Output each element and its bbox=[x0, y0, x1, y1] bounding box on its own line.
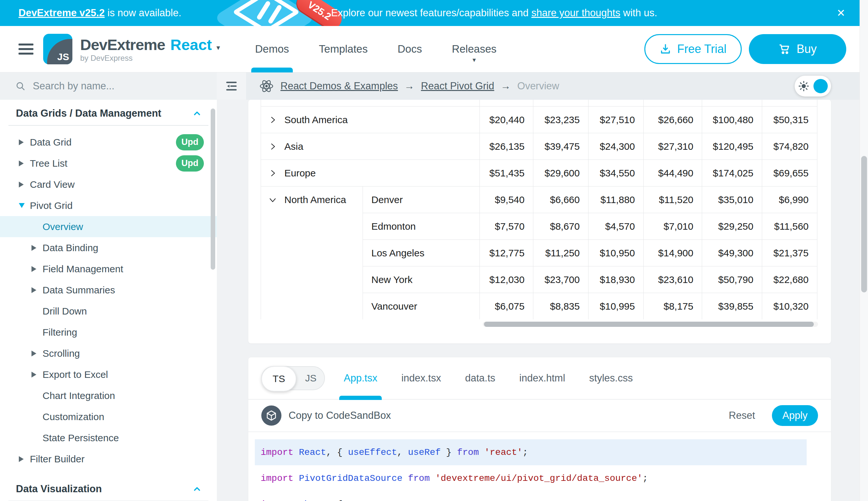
code-line-1[interactable]: import React, { useEffect, useRef } from… bbox=[255, 439, 807, 465]
code-line-2[interactable]: import PivotGridDataSource from 'devextr… bbox=[255, 465, 807, 491]
updated-badge: Upd bbox=[176, 155, 204, 172]
pivot-row-header-cell[interactable]: Europe bbox=[261, 160, 480, 186]
pivot-value-cell: $4,570 bbox=[589, 213, 644, 240]
sidebar-item-export-to-excel[interactable]: Export to Excel bbox=[0, 364, 217, 385]
framework-caret-icon[interactable]: ▾ bbox=[217, 44, 220, 52]
pivot-city-cell: Edmonton bbox=[363, 213, 480, 240]
buy-button[interactable]: Buy bbox=[749, 34, 846, 64]
code-editor[interactable]: import React, { useEffect, useRef } from… bbox=[248, 432, 831, 501]
tab-styles-css[interactable]: styles.css bbox=[589, 357, 633, 399]
codesandbox-icon[interactable] bbox=[261, 405, 282, 426]
expand-row-icon[interactable] bbox=[268, 115, 277, 125]
theme-toggle[interactable] bbox=[795, 76, 831, 96]
tab-index-html[interactable]: index.html bbox=[519, 357, 565, 399]
sidebar-item-scrolling[interactable]: Scrolling bbox=[0, 343, 217, 364]
pivot-value-cell bbox=[702, 100, 762, 107]
framework-selector[interactable]: React bbox=[171, 36, 212, 54]
pivot-row-header-cell[interactable]: Asia bbox=[261, 133, 480, 160]
nav-item-releases[interactable]: Releases▾ bbox=[452, 26, 497, 73]
pivot-value-cell: $11,250 bbox=[533, 240, 589, 266]
tab-data-ts[interactable]: data.ts bbox=[465, 357, 495, 399]
page-scrollbar-track[interactable] bbox=[859, 0, 868, 501]
sidebar-item-filter-builder[interactable]: Filter Builder bbox=[0, 448, 217, 469]
app-header: JS DevExtreme React ▾ by DevExpress Demo… bbox=[0, 26, 868, 73]
expand-row-icon[interactable] bbox=[268, 142, 277, 151]
caret-right-icon bbox=[32, 351, 43, 356]
pivot-row-header-cell[interactable]: North America bbox=[261, 186, 363, 320]
sidebar-item-customization[interactable]: Customization bbox=[0, 406, 217, 427]
language-toggle-ts[interactable]: TS bbox=[261, 366, 296, 392]
theme-toggle-knob bbox=[813, 79, 828, 93]
pivot-horizontal-scrollbar-thumb[interactable] bbox=[484, 322, 814, 327]
sidebar-item-chart-integration[interactable]: Chart Integration bbox=[0, 385, 217, 406]
sidebar-item-label: Tree List bbox=[30, 158, 67, 169]
sidebar-item-field-management[interactable]: Field Management bbox=[0, 258, 217, 279]
sidebar-item-overview[interactable]: Overview bbox=[0, 216, 217, 237]
apply-button[interactable]: Apply bbox=[772, 405, 818, 426]
sidebar-section-data-visualization[interactable]: Data Visualization bbox=[0, 477, 217, 501]
expand-row-icon[interactable] bbox=[268, 169, 277, 178]
page-scrollbar-thumb[interactable] bbox=[861, 156, 867, 292]
main-content: React Demos & Examples→React Pivot Grid→… bbox=[217, 73, 859, 501]
tab-App-tsx[interactable]: App.tsx bbox=[344, 357, 377, 399]
code-line-3[interactable]: import Chart, { bbox=[255, 491, 807, 501]
sidebar-item-tree-list[interactable]: Tree ListUpd bbox=[0, 153, 217, 174]
collapse-row-icon[interactable] bbox=[268, 195, 277, 204]
sidebar-item-filtering[interactable]: Filtering bbox=[0, 322, 217, 343]
sidebar-scrollbar[interactable] bbox=[211, 108, 215, 270]
promo-banner: DevExtreme v25.2 is now available. V25.2… bbox=[0, 0, 868, 26]
cube-icon bbox=[265, 410, 277, 422]
nav-item-templates[interactable]: Templates bbox=[319, 26, 367, 73]
pivot-grid-viewport: South America$20,440$23,235$27,510$26,66… bbox=[261, 100, 818, 319]
copy-to-codesandbox-label[interactable]: Copy to CodeSandBox bbox=[288, 410, 391, 422]
sidebar-item-label: Data Grid bbox=[30, 137, 72, 148]
pivot-row-south-america: South America$20,440$23,235$27,510$26,66… bbox=[261, 107, 817, 133]
updated-badge: Upd bbox=[176, 134, 204, 150]
pivot-value-cell: $29,250 bbox=[702, 213, 762, 240]
sidebar-item-pivot-grid[interactable]: Pivot Grid bbox=[0, 195, 217, 216]
pivot-value-cell: $174,025 bbox=[702, 160, 762, 186]
pivot-row-header-cell[interactable]: South America bbox=[261, 107, 480, 133]
code-token: , { bbox=[326, 447, 348, 457]
breadcrumb-current: Overview bbox=[517, 80, 559, 92]
sidebar-item-data-grid[interactable]: Data GridUpd bbox=[0, 131, 217, 153]
sidebar-item-data-binding[interactable]: Data Binding bbox=[0, 237, 217, 258]
pivot-value-cell: $22,680 bbox=[762, 266, 817, 293]
nav-item-docs[interactable]: Docs bbox=[398, 26, 422, 73]
pivot-horizontal-scrollbar-track[interactable] bbox=[483, 322, 818, 327]
language-toggle[interactable]: TS JS bbox=[261, 366, 325, 390]
brand-block: DevExtreme React ▾ by DevExpress bbox=[80, 36, 220, 63]
sidebar-item-state-persistence[interactable]: State Persistence bbox=[0, 427, 217, 448]
breadcrumb-link[interactable]: React Demos & Examples bbox=[281, 80, 398, 92]
sidebar-section-data-grids-data-management[interactable]: Data Grids / Data Management bbox=[0, 102, 217, 125]
share-thoughts-link[interactable]: share your thoughts bbox=[531, 7, 620, 19]
caret-right-icon bbox=[32, 372, 43, 377]
caret-right-icon bbox=[19, 182, 30, 188]
sidebar-item-data-summaries[interactable]: Data Summaries bbox=[0, 279, 217, 300]
banner-version-link[interactable]: DevExtreme v25.2 bbox=[19, 7, 105, 19]
devextreme-js-logo[interactable]: JS bbox=[43, 34, 73, 64]
pivot-value-cell: $34,550 bbox=[589, 160, 644, 186]
sidebar-item-card-view[interactable]: Card View bbox=[0, 174, 217, 195]
sidebar-item-drill-down[interactable]: Drill Down bbox=[0, 300, 217, 322]
collapse-sidebar-button[interactable] bbox=[217, 73, 246, 100]
free-trial-button[interactable]: Free Trial bbox=[644, 34, 742, 64]
code-token: } bbox=[441, 447, 457, 457]
breadcrumb: React Demos & Examples→React Pivot Grid→… bbox=[259, 79, 559, 94]
nav-item-demos[interactable]: Demos bbox=[255, 26, 289, 73]
code-token: Chart bbox=[299, 499, 326, 501]
pivot-value-cell: $39,475 bbox=[533, 133, 589, 160]
reset-button[interactable]: Reset bbox=[729, 410, 755, 422]
hamburger-menu-icon[interactable] bbox=[19, 44, 33, 55]
sidebar-item-label: Card View bbox=[30, 179, 75, 190]
pivot-value-cell: $27,310 bbox=[644, 133, 702, 160]
breadcrumb-separator-icon: → bbox=[501, 80, 511, 92]
cart-icon bbox=[778, 43, 791, 55]
pivot-value-cell: $50,790 bbox=[702, 266, 762, 293]
breadcrumb-link[interactable]: React Pivot Grid bbox=[421, 80, 494, 92]
language-toggle-js[interactable]: JS bbox=[305, 373, 317, 384]
pivot-grid-table: South America$20,440$23,235$27,510$26,66… bbox=[261, 100, 817, 319]
banner-close-icon[interactable]: ✕ bbox=[836, 7, 845, 19]
tab-index-tsx[interactable]: index.tsx bbox=[401, 357, 441, 399]
sidebar-search-input[interactable]: Search by name... bbox=[0, 73, 217, 100]
